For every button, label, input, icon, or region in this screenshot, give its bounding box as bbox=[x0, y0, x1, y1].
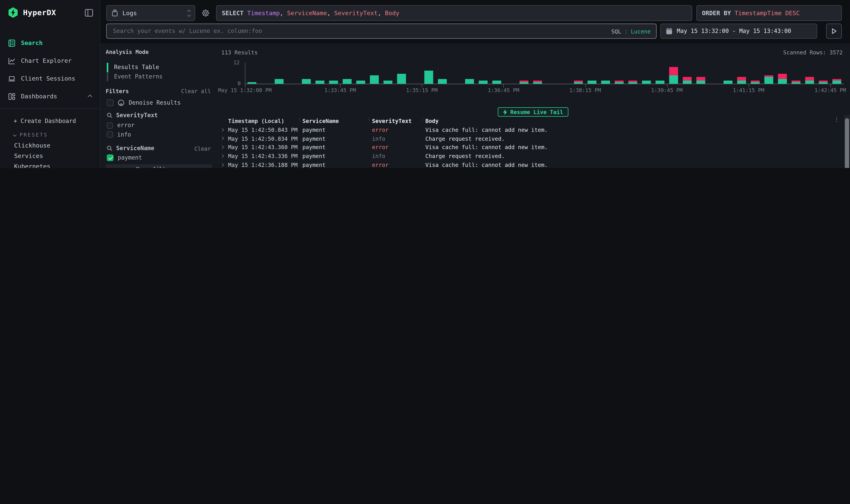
denoise-checkbox[interactable] bbox=[107, 100, 113, 106]
histogram-bar[interactable] bbox=[601, 80, 610, 84]
row-expand-chevron-icon[interactable] bbox=[216, 146, 228, 148]
histogram-bar[interactable] bbox=[669, 67, 678, 84]
analysis-mode-tabs: Results Table Event Patterns bbox=[107, 63, 212, 81]
histogram-bar[interactable] bbox=[656, 80, 665, 84]
histogram-bar[interactable] bbox=[628, 80, 637, 84]
sidebar-item-client-sessions[interactable]: Client Sessions bbox=[0, 70, 100, 87]
histogram-bar[interactable] bbox=[806, 77, 814, 84]
source-select[interactable]: Logs bbox=[106, 5, 195, 21]
search-input[interactable] bbox=[112, 27, 607, 35]
table-row[interactable]: May 15 1:42:50.843 PMpaymenterrorVisa ca… bbox=[216, 125, 844, 134]
histogram-bar[interactable] bbox=[383, 80, 392, 84]
row-expand-chevron-icon[interactable] bbox=[216, 128, 228, 131]
more-filters-button[interactable]: More filters bbox=[106, 164, 212, 168]
clear-servicename-button[interactable]: Clear bbox=[194, 145, 211, 151]
histogram-bar[interactable] bbox=[356, 80, 365, 84]
histogram-bar[interactable] bbox=[479, 80, 488, 84]
histogram-bar[interactable] bbox=[424, 70, 433, 84]
histogram-bar[interactable] bbox=[247, 82, 256, 84]
column-resize-handle[interactable]: ⋮ bbox=[297, 117, 302, 122]
sidebar-item-search[interactable]: Search bbox=[0, 34, 100, 52]
resume-live-tail-button[interactable]: Resume Live Tail bbox=[498, 107, 568, 117]
table-row[interactable]: May 15 1:42:36.188 PMpaymenterrorVisa ca… bbox=[216, 160, 844, 168]
column-header-severitytext[interactable]: SeverityText bbox=[372, 118, 426, 124]
sidebar-collapse-icon[interactable] bbox=[85, 9, 93, 17]
histogram-bar[interactable] bbox=[465, 79, 474, 84]
query-token: ServiceName bbox=[287, 10, 327, 17]
histogram-bar[interactable] bbox=[329, 80, 338, 84]
search-icon[interactable] bbox=[107, 145, 112, 151]
presets-toggle[interactable]: PRESETS bbox=[0, 129, 100, 140]
histogram-bar[interactable] bbox=[533, 80, 542, 84]
histogram-bar[interactable] bbox=[343, 79, 351, 84]
histogram-bar[interactable] bbox=[724, 80, 733, 84]
dashboards-chevron-up-icon[interactable] bbox=[88, 93, 92, 100]
histogram-bar[interactable] bbox=[792, 80, 801, 84]
histogram-bar[interactable] bbox=[615, 80, 623, 84]
info-segment bbox=[479, 80, 488, 84]
info-checkbox[interactable] bbox=[107, 131, 113, 138]
histogram-bar[interactable] bbox=[302, 79, 311, 84]
scrollbar-thumb[interactable] bbox=[845, 118, 849, 168]
presets-label: PRESETS bbox=[20, 132, 48, 138]
lang-lucene-button[interactable]: Lucene bbox=[631, 28, 651, 34]
date-range-picker[interactable]: May 15 13:32:00 - May 15 13:43:00 bbox=[660, 23, 817, 39]
histogram-bar[interactable] bbox=[397, 74, 406, 84]
preset-link-kubernetes[interactable]: Kubernetes bbox=[0, 161, 100, 168]
filter-option-payment[interactable]: payment bbox=[107, 154, 142, 161]
histogram-bar[interactable] bbox=[574, 80, 583, 84]
clear-all-button[interactable]: Clear all bbox=[181, 88, 211, 94]
histogram-bar[interactable] bbox=[751, 80, 760, 84]
row-severity: error bbox=[372, 127, 426, 133]
filter-option-info[interactable]: info bbox=[107, 131, 131, 138]
error-segment bbox=[764, 75, 774, 77]
histogram-bar[interactable] bbox=[778, 74, 787, 84]
scrollbar-track[interactable] bbox=[844, 115, 850, 168]
histogram-bar[interactable] bbox=[764, 75, 774, 84]
search-icon[interactable] bbox=[107, 112, 112, 118]
histogram-bar[interactable] bbox=[492, 80, 501, 84]
histogram-bar[interactable] bbox=[697, 77, 705, 84]
run-query-button[interactable] bbox=[826, 23, 842, 39]
tab-results-table[interactable]: Results Table bbox=[107, 63, 212, 72]
table-row[interactable]: May 15 1:42:50.834 PMpaymentinfoCharge r… bbox=[216, 134, 844, 143]
histogram-bar[interactable] bbox=[833, 79, 842, 84]
table-row[interactable]: May 15 1:42:43.360 PMpaymenterrorVisa ca… bbox=[216, 143, 844, 151]
histogram-bar[interactable] bbox=[438, 79, 447, 84]
order-by-input[interactable]: ORDER BY TimestampTime DESC bbox=[696, 5, 842, 21]
histogram-bar[interactable] bbox=[683, 77, 692, 84]
lang-sql-button[interactable]: SQL bbox=[611, 28, 621, 34]
histogram-bar[interactable] bbox=[520, 80, 528, 84]
sidebar-item-dashboards[interactable]: Dashboards bbox=[0, 87, 100, 105]
row-expand-chevron-icon[interactable] bbox=[216, 137, 228, 140]
column-header-timestamp[interactable]: Timestamp (Local) bbox=[228, 118, 302, 124]
preset-link-services[interactable]: Services bbox=[0, 151, 100, 161]
histogram-bar[interactable] bbox=[274, 79, 284, 84]
row-expand-chevron-icon[interactable] bbox=[216, 164, 228, 166]
column-resize-handle[interactable]: ⋮ bbox=[367, 117, 372, 122]
preset-link-clickhouse[interactable]: Clickhouse bbox=[0, 140, 100, 151]
error-checkbox[interactable] bbox=[107, 122, 113, 128]
histogram-bar[interactable] bbox=[737, 77, 746, 84]
filter-option-error[interactable]: error bbox=[107, 122, 134, 129]
row-expand-chevron-icon[interactable] bbox=[216, 155, 228, 157]
histogram-plot[interactable]: 12 0 May 15 1:32:00 PM1:33:45 PM1:35:15 … bbox=[245, 64, 844, 84]
histogram-bar[interactable] bbox=[587, 80, 596, 84]
histogram-bar[interactable] bbox=[642, 80, 651, 84]
payment-checkbox[interactable] bbox=[107, 154, 113, 161]
table-options-kebab-icon[interactable]: ⋮ bbox=[834, 117, 839, 122]
histogram-bar[interactable] bbox=[370, 75, 379, 84]
table-row[interactable]: May 15 1:42:43.336 PMpaymentinfoCharge r… bbox=[216, 151, 844, 160]
column-resize-handle[interactable]: ⋮ bbox=[420, 117, 425, 122]
histogram-bar[interactable] bbox=[819, 80, 828, 84]
info-segment bbox=[737, 80, 746, 84]
source-settings-gear-icon[interactable] bbox=[201, 9, 210, 17]
column-header-body[interactable]: Body bbox=[426, 118, 844, 124]
create-dashboard-button[interactable]: + Create Dashboard bbox=[0, 113, 100, 129]
denoise-results-option[interactable]: Denoise Results bbox=[107, 100, 181, 106]
tab-event-patterns[interactable]: Event Patterns bbox=[107, 72, 212, 81]
select-query-input[interactable]: SELECT Timestamp, ServiceName, SeverityT… bbox=[216, 5, 692, 21]
histogram-bar[interactable] bbox=[315, 80, 324, 84]
sidebar-item-chart-explorer[interactable]: Chart Explorer bbox=[0, 52, 100, 70]
column-header-servicename[interactable]: ServiceName bbox=[302, 118, 372, 124]
